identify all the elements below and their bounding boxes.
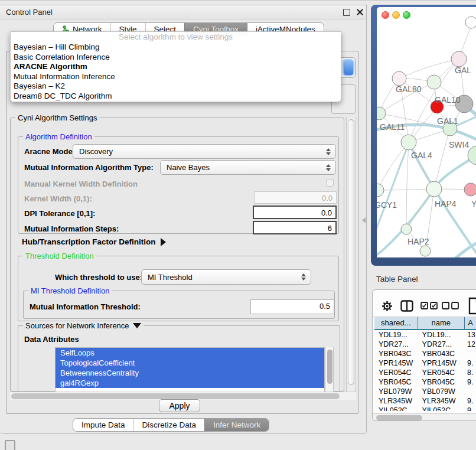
mi-steps-field[interactable]: 6 <box>253 221 337 234</box>
cell-shared-name[interactable]: YBR043C <box>374 349 418 358</box>
hub-definition-expander[interactable]: Hub/Transcription Factor Definition <box>22 237 166 246</box>
which-threshold-combobox[interactable]: MI Threshold <box>141 269 311 285</box>
column-header-cut[interactable]: A <box>465 317 476 329</box>
cell-shared-name[interactable]: YLR345W <box>374 396 418 406</box>
cell-shared-name[interactable]: YBR045C <box>374 377 418 387</box>
cell-value[interactable] <box>465 387 476 396</box>
splitter-collapse-icon[interactable] <box>362 217 366 223</box>
deselect-all-checkboxes-icon[interactable] <box>442 302 459 310</box>
combobox-stepper-button-focused[interactable] <box>344 60 353 75</box>
panel-grip-icon[interactable] <box>5 440 15 450</box>
settings-vertical-scrollbar[interactable] <box>346 118 356 392</box>
network-node-HAP4[interactable] <box>426 181 442 197</box>
cell-name[interactable]: YBR045C <box>418 377 465 387</box>
network-edge[interactable] <box>406 142 409 228</box>
cell-value[interactable]: 9. <box>465 396 476 406</box>
cell-shared-name[interactable]: YDL19... <box>374 330 418 340</box>
network-node-HAP2[interactable] <box>401 224 412 234</box>
network-edge[interactable] <box>377 189 433 190</box>
table-row[interactable]: YPR145W YPR145W 9. <box>374 358 476 368</box>
tab-discretize-data[interactable]: Discretize Data <box>133 419 205 431</box>
window-close-icon[interactable] <box>382 11 389 19</box>
cell-value[interactable]: 12 <box>465 340 476 349</box>
cell-shared-name[interactable]: YIL052C <box>374 406 418 411</box>
table-row[interactable]: YDR27... YDR27... 12 <box>374 340 476 349</box>
apply-button[interactable]: Apply <box>159 399 200 412</box>
algorithm-dropdown-item[interactable]: Dream8 DC_TDC Algorithm <box>11 92 341 102</box>
cell-value[interactable]: 9. <box>465 358 476 368</box>
data-attribute-item-selected[interactable]: TopologicalCoefficient <box>56 358 324 368</box>
sources-group-title-row[interactable]: Sources for Network Inference <box>23 321 144 330</box>
cell-name[interactable]: YBL079W <box>418 387 465 396</box>
algorithm-dropdown-item[interactable]: Bayesian – K2 <box>11 81 341 92</box>
table-row[interactable]: YBR043C YBR043C <box>374 349 476 358</box>
cell-name[interactable]: YDR27... <box>418 340 465 349</box>
cell-name[interactable]: YDL19... <box>418 330 465 340</box>
mi-algorithm-type-combobox[interactable]: Naive Bayes <box>160 160 336 175</box>
window-zoom-icon[interactable] <box>403 11 410 19</box>
network-node-node[interactable] <box>465 17 476 28</box>
algorithm-dropdown-item[interactable]: Basic Correlation Inference <box>11 53 341 63</box>
network-graph[interactable]: GALGAL80GAL10GAL1SWI4GAL11GAL4GCY1HAP4YH… <box>377 7 476 257</box>
column-header-shared-name[interactable]: shared... <box>374 317 418 329</box>
table-row[interactable]: YLR345W YLR345W 9. <box>374 396 476 406</box>
table-row[interactable]: YBL079W YBL079W <box>374 387 476 396</box>
settings-hscrollbar-thumb[interactable] <box>11 393 340 399</box>
data-attributes-list[interactable]: SelfLoopsTopologicalCoefficientBetweenne… <box>55 347 325 392</box>
table-row[interactable]: YIL052C YIL052C 9 <box>374 406 476 411</box>
cell-value[interactable]: 9. <box>465 377 476 387</box>
network-node-GAL10[interactable] <box>427 75 441 89</box>
close-icon[interactable] <box>357 9 363 15</box>
data-attribute-item-selected[interactable]: gal4RGexp <box>56 378 324 388</box>
cell-value[interactable]: 9 <box>465 406 476 411</box>
dpi-tolerance-field[interactable]: 0.0 <box>253 206 337 219</box>
table-horizontal-scrollbar[interactable] <box>373 413 476 421</box>
network-node-GAL80[interactable] <box>392 71 406 86</box>
network-node-node-pink[interactable] <box>451 51 467 67</box>
cell-shared-name[interactable]: YBL079W <box>374 387 418 396</box>
split-columns-icon[interactable] <box>400 300 413 312</box>
tab-impute-data[interactable]: Impute Data <box>73 419 133 431</box>
cell-shared-name[interactable]: YPR145W <box>374 358 418 368</box>
settings-horizontal-scrollbar[interactable] <box>10 392 356 400</box>
network-canvas[interactable]: GALGAL80GAL10GAL1SWI4GAL11GAL4GCY1HAP4YH… <box>377 7 476 257</box>
network-node-node-salmon[interactable] <box>464 183 476 196</box>
cell-shared-name[interactable]: YER054C <box>374 368 418 377</box>
column-header-name[interactable]: name <box>418 317 465 329</box>
network-node-GCY1[interactable] <box>377 184 384 197</box>
network-node-node-bottom[interactable] <box>420 246 431 256</box>
cell-value[interactable]: 13 <box>465 330 476 340</box>
data-attribute-item-selected[interactable]: SelfLoops <box>56 348 324 358</box>
gear-icon[interactable] <box>382 301 393 312</box>
table-row[interactable]: YBR045C YBR045C 9. <box>374 377 476 387</box>
attributes-list-scrollbar[interactable] <box>325 347 334 392</box>
table-row[interactable]: YDL19... YDL19... 13 <box>374 330 476 340</box>
float-window-icon[interactable] <box>343 9 350 16</box>
table-hscrollbar-thumb[interactable] <box>376 415 422 420</box>
algorithm-dropdown-item[interactable]: Bayesian – Hill Climbing <box>11 43 341 53</box>
cell-value[interactable] <box>465 349 476 358</box>
attributes-scrollbar-thumb[interactable] <box>327 350 332 384</box>
manual-kernel-width-checkbox[interactable] <box>326 179 334 187</box>
tab-infer-network[interactable]: Infer Network <box>204 419 269 431</box>
network-node-GAL4[interactable] <box>401 135 416 150</box>
cell-value[interactable]: 8. <box>465 368 476 377</box>
cell-name[interactable]: YBR043C <box>418 349 465 358</box>
settings-vscrollbar-thumb[interactable] <box>348 119 354 385</box>
algorithm-dropdown-item[interactable]: ARACNE Algorithm <box>11 62 341 72</box>
window-minimize-icon[interactable] <box>392 11 400 19</box>
network-edge[interactable] <box>400 59 459 78</box>
mi-threshold-field[interactable]: 0.5 <box>250 299 334 314</box>
document-icon[interactable] <box>468 297 476 315</box>
data-attribute-item-selected[interactable]: BetweennessCentrality <box>56 368 324 378</box>
cell-name[interactable]: YPR145W <box>418 358 465 368</box>
table-row[interactable]: YER054C YER054C 8. <box>374 368 476 377</box>
select-all-checkboxes-icon[interactable] <box>420 302 438 310</box>
cell-name[interactable]: YIL052C <box>418 406 465 411</box>
aracne-mode-combobox[interactable]: Discovery <box>73 144 336 159</box>
kernel-width-field[interactable]: 0.0 <box>255 191 337 204</box>
cell-name[interactable]: YER054C <box>418 368 465 377</box>
algorithm-dropdown-item[interactable]: Mutual Information Inference <box>11 72 341 82</box>
cell-shared-name[interactable]: YDR27... <box>374 340 418 349</box>
cell-name[interactable]: YLR345W <box>418 396 465 406</box>
